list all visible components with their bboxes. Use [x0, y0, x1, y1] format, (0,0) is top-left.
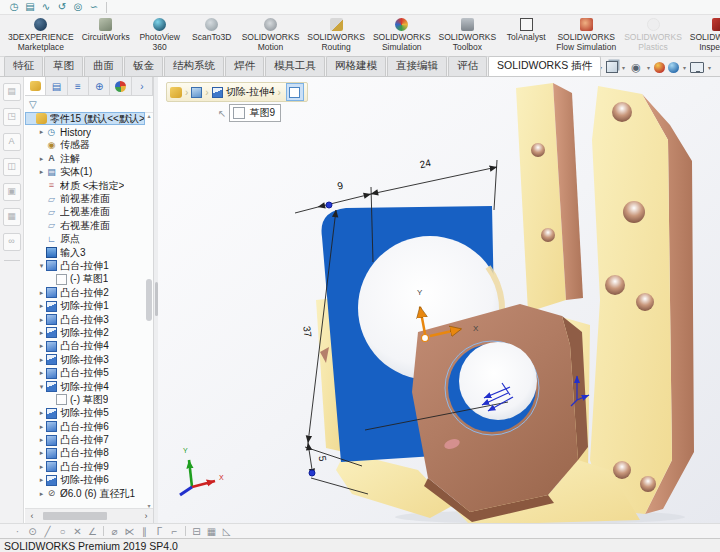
tree-expander-icon[interactable]: ▸	[37, 423, 46, 431]
triangle-icon[interactable]: ◺	[219, 525, 234, 538]
tree-item[interactable]: ▱上视基准面	[25, 206, 145, 219]
tab-7[interactable]: 网格建模	[326, 56, 386, 76]
filter-funnel-icon[interactable]: ▽	[29, 99, 37, 110]
tree-item[interactable]: ▸凸台-拉伸7	[25, 433, 145, 446]
tree-expander-icon[interactable]: ▸	[37, 369, 46, 377]
cut-extrude-icon[interactable]	[212, 87, 223, 98]
tree-item[interactable]: ▸A注解	[25, 152, 145, 165]
addin-solidworks-inspection[interactable]: SOLIDWORKSInspection	[686, 17, 720, 52]
tree-expander-icon[interactable]: ▸	[37, 329, 46, 337]
tree-item[interactable]: ▸切除-拉伸2	[25, 326, 145, 339]
graphics-viewport[interactable]: 9 24 37 5 Y X	[158, 77, 720, 523]
tree-item[interactable]: ▱右视基准面	[25, 219, 145, 232]
tree-expander-icon[interactable]: ▸	[37, 155, 46, 163]
tree-item[interactable]: ▸凸台-拉伸5	[25, 366, 145, 379]
addin-tolanalyst[interactable]: TolAnalyst	[500, 17, 552, 52]
tree-expander-icon[interactable]: ▾	[37, 383, 46, 391]
featuremanager-tab[interactable]	[25, 77, 46, 95]
tree-item[interactable]: ▸切除-拉伸6	[25, 474, 145, 487]
spline-icon[interactable]: ✕	[70, 525, 85, 538]
tree-expander-icon[interactable]: ▸	[37, 302, 46, 310]
circle-icon[interactable]: ⊙	[25, 525, 40, 538]
addin-solidworks-motion[interactable]: SOLIDWORKSMotion	[238, 17, 304, 52]
viewport-canvas[interactable]: 9 24 37 5 Y X	[158, 77, 720, 523]
check-active-doc-icon[interactable]: ▦	[3, 208, 21, 226]
tab-0[interactable]: 特征	[4, 56, 43, 76]
stats-icon[interactable]: ▤	[22, 0, 38, 14]
tree-filter-row[interactable]: ▽	[25, 96, 153, 113]
tree-item[interactable]: ▸切除-拉伸5	[25, 407, 145, 420]
tree-item[interactable]: ◉传感器	[25, 139, 145, 152]
addin-solidworks-flow-simulation[interactable]: SOLIDWORKSFlow Simulation	[552, 17, 620, 52]
mouse-gesture-icon[interactable]: ◎	[70, 0, 86, 14]
displaymanager-tab[interactable]	[110, 77, 131, 95]
tab-2[interactable]: 曲面	[84, 56, 123, 76]
spring-icon[interactable]: ↺	[54, 0, 70, 14]
tree-expander-icon[interactable]: ▸	[37, 409, 46, 417]
tree-expander-icon[interactable]: ▸	[37, 463, 46, 471]
corner-icon[interactable]: Γ	[152, 525, 167, 538]
tree-item[interactable]: 输入3	[25, 246, 145, 259]
addin-scanto3d[interactable]: ScanTo3D	[186, 17, 238, 52]
web-help-icon[interactable]: ◷	[6, 0, 22, 14]
point-icon[interactable]: ·	[10, 525, 25, 538]
scroll-left-arrow[interactable]: ‹	[25, 511, 39, 521]
sketch-point[interactable]	[326, 202, 332, 208]
edit-appearance-icon[interactable]	[654, 62, 665, 73]
dropdown-caret-icon[interactable]: ▾	[647, 64, 650, 71]
tab-8[interactable]: 直接编辑	[387, 56, 447, 76]
breadcrumb-feature-label[interactable]: 切除-拉伸4	[226, 85, 275, 99]
addin-circuitworks[interactable]: CircuitWorks	[78, 17, 134, 52]
scrollbar-thumb[interactable]	[146, 279, 152, 321]
diameter-icon[interactable]: ⌀	[107, 525, 122, 538]
scroll-right-arrow[interactable]: ›	[139, 511, 153, 521]
dimension-label-37[interactable]: 37	[301, 325, 313, 338]
tab-5[interactable]: 焊件	[225, 56, 264, 76]
dropdown-caret-icon[interactable]: ▾	[708, 64, 711, 71]
tab-1[interactable]: 草图	[44, 56, 83, 76]
tree-vertical-scrollbar[interactable]: ▴ ▾	[145, 112, 153, 509]
propertymanager-tab[interactable]: ▤	[46, 77, 67, 95]
scroll-up-arrow[interactable]: ▴	[145, 112, 153, 119]
lasso-icon[interactable]: ∽	[86, 0, 102, 14]
tree-expander-icon[interactable]: ▸	[37, 289, 46, 297]
tree-expander-icon[interactable]: ▸	[37, 356, 46, 364]
tree-item[interactable]: ▾切除-拉伸4	[25, 380, 145, 393]
curve-icon[interactable]: ∿	[38, 0, 54, 14]
tree-item[interactable]: ▱前视基准面	[25, 192, 145, 205]
custom-check-icon[interactable]: ∞	[3, 233, 21, 251]
tree-item[interactable]: ▸切除-拉伸1	[25, 299, 145, 312]
tab-9[interactable]: 评估	[448, 56, 487, 76]
ellipse-icon[interactable]: ○	[55, 525, 70, 538]
view-settings-icon[interactable]	[690, 62, 704, 73]
tree-item[interactable]: ▸凸台-拉伸6	[25, 420, 145, 433]
tree-item[interactable]: ▾凸台-拉伸1	[25, 259, 145, 272]
hide-show-items-icon[interactable]: ◉	[629, 60, 643, 74]
tree-expander-icon[interactable]: ▸	[37, 316, 46, 324]
tree-expander-icon[interactable]: ▸	[37, 436, 46, 444]
display-style-icon[interactable]	[606, 61, 618, 73]
tree-horizontal-scrollbar[interactable]: ‹ ›	[25, 508, 153, 523]
sketch-point[interactable]	[309, 470, 315, 476]
parallel-icon[interactable]: ∥	[137, 525, 152, 538]
tree-expander-icon[interactable]: ▸	[37, 449, 46, 457]
tree-item[interactable]: ▸凸台-拉伸2	[25, 286, 145, 299]
tree-item[interactable]: (-) 草图1	[25, 273, 145, 286]
tree-expander-icon[interactable]: ▸	[37, 342, 46, 350]
tree-item[interactable]: ▸⊘Ø6.0 (6) 直径孔1	[25, 487, 145, 500]
tree-item[interactable]: ▸▤实体(1)	[25, 166, 145, 179]
tree-item[interactable]: ∟原点	[25, 233, 145, 246]
body-icon[interactable]	[191, 87, 202, 98]
tab-6[interactable]: 模具工具	[265, 56, 325, 76]
dropdown-caret-icon[interactable]: ▾	[622, 64, 625, 71]
addin-3dexperience-marketplace[interactable]: 3DEXPERIENCEMarketplace	[4, 17, 78, 52]
annotation-check-icon[interactable]: A	[3, 133, 21, 151]
tree-item[interactable]: 零件15 (默认<<默认>_显	[25, 112, 145, 125]
configurationmanager-tab[interactable]: ≡	[68, 77, 89, 95]
scrollbar-thumb[interactable]	[43, 512, 107, 520]
dimxpertmanager-tab[interactable]: ⊕	[89, 77, 110, 95]
tree-expander-icon[interactable]: ▸	[37, 476, 46, 484]
tree-item[interactable]: ▸◷History	[25, 125, 145, 138]
compare-geometry-icon[interactable]: ◳	[3, 108, 21, 126]
tree-expander-icon[interactable]: ▸	[37, 490, 46, 498]
